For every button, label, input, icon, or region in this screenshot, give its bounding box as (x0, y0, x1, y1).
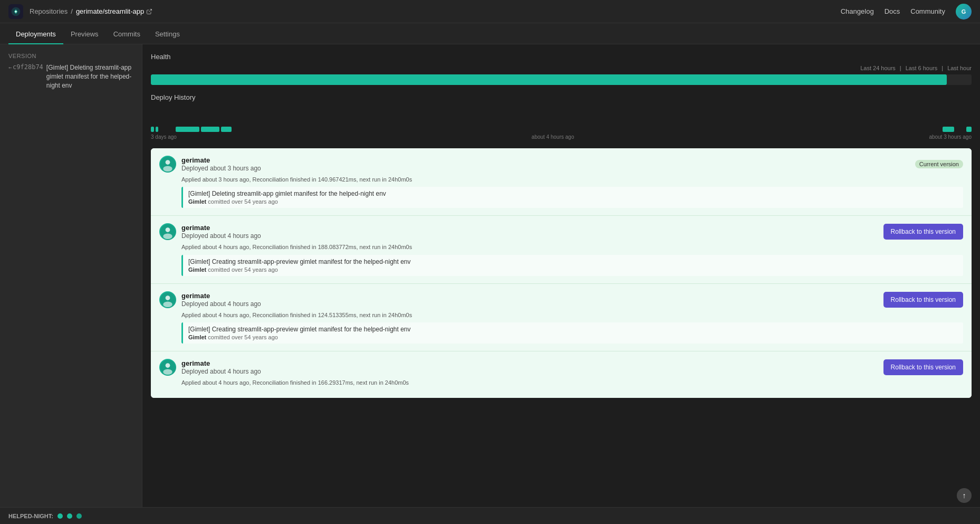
version-info-v3: gerimate Deployed about 4 hours ago (181, 292, 261, 308)
user-avatar-v3 (159, 291, 176, 308)
version-item-current: gerimate Deployed about 3 hours ago Curr… (151, 148, 972, 216)
commit-block-author-v1: Gimlet comitted over 54 years ago (188, 198, 958, 205)
commit-block-msg-v3: [Gimlet] Creating streamlit-app-preview … (188, 326, 958, 333)
tab-deployments[interactable]: Deployments (8, 25, 63, 44)
version-reconcile-v4: Applied about 4 hours ago, Reconciliatio… (181, 379, 963, 387)
version-item-left: gerimate Deployed about 3 hours ago (159, 156, 261, 173)
health-last-1h[interactable]: Last hour (947, 65, 972, 71)
app-logo[interactable] (8, 4, 23, 19)
version-item-header-v2: gerimate Deployed about 4 hours ago Roll… (159, 223, 963, 240)
versions-container: gerimate Deployed about 3 hours ago Curr… (151, 148, 972, 398)
user-avatar-v4 (159, 359, 176, 376)
version-details-v3: Applied about 4 hours ago, Reconciliatio… (181, 311, 963, 344)
svg-point-7 (166, 228, 170, 233)
deploy-bar (156, 127, 158, 132)
community-link[interactable]: Community (910, 7, 945, 15)
repo-link[interactable]: gerimate/streamlit-app (76, 7, 152, 15)
health-title: Health (151, 53, 972, 61)
version-deployed-v3: Deployed about 4 hours ago (181, 300, 261, 308)
svg-point-13 (166, 363, 170, 368)
svg-line-2 (149, 9, 152, 12)
version-item-left-v4: gerimate Deployed about 4 hours ago (159, 359, 261, 376)
commit-block-author-v2: Gimlet comitted over 54 years ago (188, 266, 958, 273)
commit-hash: c9f28b74 (8, 63, 43, 71)
deploy-history-title: Deploy History (151, 93, 972, 101)
rollback-button-v2[interactable]: Rollback to this version (883, 224, 963, 240)
version-item-v2: gerimate Deployed about 4 hours ago Roll… (151, 216, 972, 283)
commit-block-msg-v1: [Gimlet] Deleting streamlit-app gimlet m… (188, 190, 958, 197)
breadcrumb-separator: / (71, 7, 73, 15)
health-last-24h[interactable]: Last 24 hours (860, 65, 896, 71)
svg-point-14 (163, 369, 172, 375)
version-deployed-v4: Deployed about 4 hours ago (181, 368, 261, 375)
version-item-header-v4: gerimate Deployed about 4 hours ago Roll… (159, 359, 963, 376)
tab-settings[interactable]: Settings (148, 25, 187, 44)
deploy-bar (201, 127, 219, 132)
current-version-badge: Current version (915, 160, 963, 168)
health-bar-container (151, 74, 972, 85)
version-reconcile-v3: Applied about 4 hours ago, Reconciliatio… (181, 311, 963, 319)
left-panel: Version c9f28b74 [Gimlet] Deleting strea… (0, 44, 142, 524)
deploy-chart (151, 106, 972, 132)
version-item-v4: gerimate Deployed about 4 hours ago Roll… (151, 351, 972, 397)
version-deployed-v2: Deployed about 4 hours ago (181, 232, 261, 240)
version-details-v1: Applied about 3 hours ago, Reconciliatio… (181, 176, 963, 208)
version-username-v1: gerimate (181, 156, 261, 164)
health-controls: Last 24 hours | Last 6 hours | Last hour (151, 65, 972, 71)
deploy-chart-labels: 3 days ago about 4 hours ago about 3 hou… (151, 134, 972, 140)
deploy-bar (151, 127, 154, 132)
topnav-right: Changelog Docs Community G (841, 4, 972, 20)
current-version-row: c9f28b74 [Gimlet] Deleting streamlit-app… (8, 63, 133, 90)
status-dot-1 (57, 513, 63, 519)
subnav: Deployments Previews Commits Settings (0, 23, 980, 44)
status-dot-3 (76, 513, 82, 519)
version-reconcile-v1: Applied about 3 hours ago, Reconciliatio… (181, 176, 963, 184)
docs-link[interactable]: Docs (885, 7, 900, 15)
version-item-left-v2: gerimate Deployed about 4 hours ago (159, 223, 261, 240)
user-avatar-v1 (159, 156, 176, 173)
rollback-button-v3[interactable]: Rollback to this version (883, 292, 963, 308)
commit-block-author-v3: Gimlet comitted over 54 years ago (188, 334, 958, 340)
deploy-bar (176, 127, 199, 132)
status-bar: HELPED-NIGHT: (0, 507, 980, 524)
deploy-bar (221, 127, 232, 132)
deploy-bar (966, 127, 972, 132)
user-avatar[interactable]: G (956, 4, 972, 20)
svg-point-8 (163, 234, 172, 240)
tab-previews[interactable]: Previews (63, 25, 106, 44)
chart-label-3days: 3 days ago (151, 134, 177, 140)
user-avatar-v2 (159, 223, 176, 240)
changelog-link[interactable]: Changelog (841, 7, 874, 15)
version-username-v3: gerimate (181, 292, 261, 300)
deploy-bar (943, 127, 954, 132)
commit-block-v2: [Gimlet] Creating streamlit-app-preview … (181, 255, 963, 276)
health-bar-fill (151, 74, 947, 85)
chart-label-3hours: about 3 hours ago (929, 134, 972, 140)
svg-point-10 (166, 296, 170, 300)
version-details-v4: Applied about 4 hours ago, Reconciliatio… (181, 379, 963, 387)
env-label: HELPED-NIGHT: (8, 513, 53, 519)
version-username-v2: gerimate (181, 224, 261, 232)
version-details-v2: Applied about 4 hours ago, Reconciliatio… (181, 243, 963, 275)
version-info-v4: gerimate Deployed about 4 hours ago (181, 359, 261, 375)
topnav: Repositories / gerimate/streamlit-app Ch… (0, 0, 980, 23)
rollback-button-v4[interactable]: Rollback to this version (883, 359, 963, 375)
commit-block-msg-v2: [Gimlet] Creating streamlit-app-preview … (188, 258, 958, 265)
commit-block-v1: [Gimlet] Deleting streamlit-app gimlet m… (181, 187, 963, 208)
health-last-6h[interactable]: Last 6 hours (906, 65, 938, 71)
version-reconcile-v2: Applied about 4 hours ago, Reconciliatio… (181, 243, 963, 251)
repositories-link[interactable]: Repositories (30, 7, 68, 15)
scroll-top-button[interactable]: ↑ (957, 488, 972, 503)
svg-point-11 (163, 301, 172, 307)
chart-label-4hours: about 4 hours ago (532, 134, 574, 140)
commit-message: [Gimlet] Deleting streamlit-app gimlet m… (46, 63, 133, 90)
version-info-v2: gerimate Deployed about 4 hours ago (181, 224, 261, 240)
svg-point-1 (15, 11, 16, 12)
version-item-v3: gerimate Deployed about 4 hours ago Roll… (151, 284, 972, 351)
svg-point-5 (163, 166, 172, 172)
tab-commits[interactable]: Commits (106, 25, 148, 44)
version-deployed-v1: Deployed about 3 hours ago (181, 165, 261, 172)
version-item-left-v3: gerimate Deployed about 4 hours ago (159, 291, 261, 308)
right-panel[interactable]: Health Last 24 hours | Last 6 hours | La… (142, 44, 980, 524)
version-item-header-v3: gerimate Deployed about 4 hours ago Roll… (159, 291, 963, 308)
